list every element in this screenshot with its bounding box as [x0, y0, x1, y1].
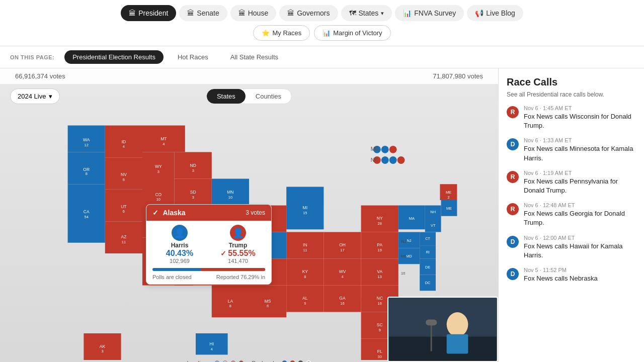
trump-pct: ✓ 55.55%: [220, 249, 255, 258]
view-counties-button[interactable]: Counties: [246, 89, 291, 104]
race-call-item-1: R Nov 6 · 1:45 AM ET Fox News calls Wisc…: [507, 105, 636, 130]
trump-avatar: 👤: [230, 225, 246, 241]
state-ut[interactable]: [105, 190, 142, 222]
svg-text:MD: MD: [401, 254, 407, 258]
svg-text:ME: ME: [371, 146, 379, 152]
me-dot-2: [381, 146, 389, 153]
governors-icon: 🏛: [287, 9, 294, 17]
race-calls-title: Race Calls: [507, 76, 636, 88]
electoral-votes: 3 votes: [246, 209, 265, 216]
tab-hot-races[interactable]: Hot Races: [170, 50, 216, 64]
nav-myraces[interactable]: ⭐ My Races: [253, 25, 310, 41]
state-dc[interactable]: [420, 275, 436, 291]
nav-house[interactable]: 🏛 House: [230, 5, 276, 21]
state-sd[interactable]: [175, 179, 212, 206]
state-ak[interactable]: [84, 333, 121, 360]
state-ct[interactable]: [420, 232, 436, 246]
house-icon: 🏛: [238, 9, 246, 17]
harris-votes: 102,969: [170, 258, 190, 264]
state-wy[interactable]: [142, 152, 175, 182]
president-icon: 🏛: [129, 9, 136, 17]
svg-rect-100: [389, 337, 496, 361]
call-text-2: Fox News calls Minnesota for Kamala Harr…: [524, 144, 636, 162]
race-call-item-6: D Nov 5 · 11:52 PM Fox News calls Nebras…: [507, 267, 636, 283]
call-date-6: Nov 5 · 11:52 PM: [524, 267, 636, 273]
top-navigation: 🏛 President 🏛 Senate 🏛 House 🏛 Governors…: [0, 0, 644, 46]
trump-votes: 141,470: [228, 258, 248, 264]
ne-dot-2: [381, 156, 389, 164]
nav-president[interactable]: 🏛 President: [121, 5, 176, 21]
nav-fnva[interactable]: 📊 FNVA Survey: [395, 5, 464, 21]
state-or[interactable]: [68, 152, 105, 185]
view-states-button[interactable]: States: [207, 89, 246, 104]
svg-text:NJ: NJ: [401, 239, 406, 244]
state-me2[interactable]: [440, 184, 457, 200]
fnva-icon: 📊: [403, 9, 412, 17]
video-placeholder: [388, 298, 497, 361]
map-view-toggle: States Counties: [206, 88, 292, 104]
myraces-icon: ⭐: [262, 29, 270, 37]
state-mi[interactable]: [286, 187, 324, 230]
state-al[interactable]: [286, 286, 324, 312]
call-text-1: Fox News calls Wisconsin for Donald Trum…: [524, 112, 636, 130]
nav-governors[interactable]: 🏛 Governors: [279, 5, 338, 21]
svg-rect-102: [447, 334, 468, 354]
harris-avatar: 👤: [172, 225, 188, 241]
nav-liveblog[interactable]: 📢 Live Blog: [467, 5, 523, 21]
call-date-1: Nov 6 · 1:45 AM ET: [524, 105, 636, 111]
call-text-6: Fox News calls Nebraska: [524, 274, 636, 283]
trump-vote-count: 71,807,980 votes: [433, 72, 483, 80]
race-call-item-4: R Nov 6 · 12:48 AM ET Fox News calls Geo…: [507, 202, 636, 227]
state-nh[interactable]: [425, 206, 441, 219]
call-date-2: Nov 6 · 1:33 AM ET: [524, 137, 636, 143]
nav-states[interactable]: 🗺 States: [341, 5, 392, 21]
tab-all-state[interactable]: All State Results: [222, 50, 286, 64]
state-ky[interactable]: [286, 259, 324, 286]
state-oh[interactable]: [324, 232, 361, 259]
state-mt[interactable]: [142, 126, 185, 152]
margin-icon: 📊: [323, 29, 331, 37]
declared-label: Declared: [252, 360, 274, 362]
nav-senate[interactable]: 🏛 Senate: [179, 5, 227, 21]
harris-candidate: 👤 Harris 40.43% 102,969: [152, 225, 207, 264]
state-me[interactable]: [441, 200, 457, 216]
state-hi[interactable]: [196, 333, 228, 354]
page-tabs: ON THIS PAGE: Presidential Election Resu…: [0, 46, 644, 68]
video-overlay: [387, 297, 498, 362]
alaska-tooltip: ✓ Alaska 3 votes 👤 Harris 40.43% 102,969…: [146, 204, 272, 285]
state-ga[interactable]: [324, 286, 361, 312]
state-ms[interactable]: [249, 286, 286, 318]
year-selector[interactable]: 2024 Live ▾: [10, 88, 60, 104]
svg-text:NE: NE: [371, 157, 378, 163]
state-nv[interactable]: [105, 157, 142, 190]
nav-margin[interactable]: 📊 Margin of Victory: [314, 25, 390, 41]
on-this-page-label: ON THIS PAGE:: [10, 54, 54, 60]
tab-presidential[interactable]: Presidential Election Results: [64, 50, 164, 64]
state-ri[interactable]: [420, 245, 436, 258]
call-text-5: Fox News calls Hawaii for Kamala Harris.: [524, 242, 636, 260]
party-badge-d-5: D: [507, 236, 519, 248]
call-text-3: Fox News calls Pennsylvania for Donald T…: [524, 177, 636, 195]
state-la[interactable]: [212, 286, 249, 318]
svg-point-101: [447, 312, 468, 336]
state-az[interactable]: [105, 221, 142, 253]
tooltip-footer: Polls are closed Reported 76.29% in: [146, 271, 271, 284]
race-calls-panel: Race Calls See all Presidential race cal…: [498, 68, 644, 362]
state-ny[interactable]: [361, 206, 398, 232]
state-pa[interactable]: [361, 232, 398, 259]
states-icon: 🗺: [349, 9, 356, 17]
party-badge-r-3: R: [507, 171, 519, 183]
state-va[interactable]: [361, 259, 398, 286]
state-id[interactable]: [105, 126, 142, 158]
state-wa[interactable]: [68, 126, 105, 152]
state-ca[interactable]: [68, 184, 105, 243]
state-in[interactable]: [286, 232, 324, 259]
race-call-item-5: D Nov 6 · 12:00 AM ET Fox News calls Haw…: [507, 235, 636, 260]
state-vt[interactable]: [425, 219, 441, 232]
state-mn[interactable]: [212, 179, 249, 206]
state-ma[interactable]: [398, 206, 425, 230]
senate-icon: 🏛: [187, 9, 194, 17]
state-nd[interactable]: [175, 152, 212, 179]
state-de[interactable]: [420, 259, 436, 275]
state-wv[interactable]: [324, 259, 361, 286]
